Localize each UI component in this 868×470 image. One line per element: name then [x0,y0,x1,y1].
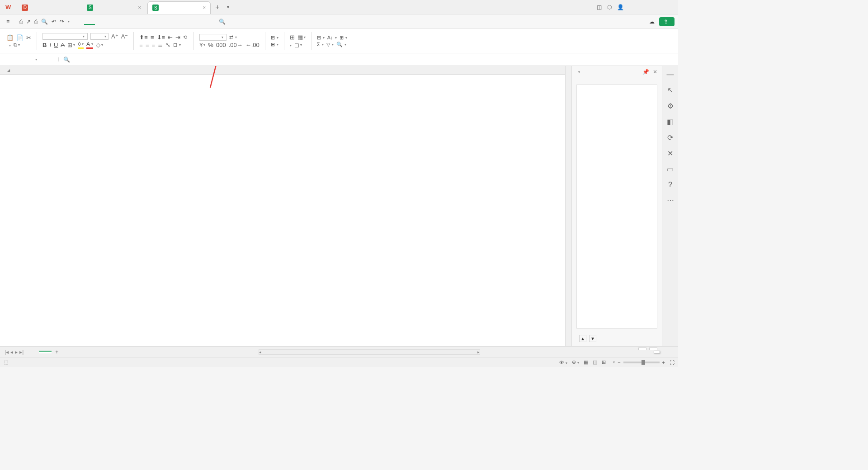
align-top-icon[interactable]: ⬆≡ [139,34,148,41]
tab-view[interactable] [155,19,165,24]
print-icon[interactable]: ⎙ [34,19,38,25]
copy-icon[interactable]: ⧉▾ [14,42,20,48]
table-style-icon[interactable]: ⊞ [290,34,295,41]
cloud-icon[interactable]: ☁ [649,19,655,25]
export-icon[interactable]: ↗ [26,19,31,25]
tab-page[interactable] [108,19,118,24]
undo-icon[interactable]: ↶ [52,19,56,25]
redo-icon[interactable]: ↷ [60,19,64,25]
align-center-icon[interactable]: ≡ [146,42,149,48]
tab-insert[interactable] [96,19,107,24]
orientation-icon[interactable]: ⤡ [165,42,170,48]
prev-sheet-icon[interactable]: ◂ [10,349,13,355]
tab-member[interactable] [178,19,189,24]
align-left-icon[interactable]: ≡ [139,42,143,48]
align-justify-icon[interactable]: ≣ [158,42,163,48]
layout-icon[interactable]: ◧ [667,118,674,126]
cell-style-icon[interactable]: ▦▾ [297,34,306,41]
fullscreen-icon[interactable]: ⛶ [670,360,675,365]
zoom-in-icon[interactable]: + [662,360,665,365]
add-sheet-button[interactable]: + [52,349,62,355]
vertical-scrollbar[interactable] [565,66,571,346]
border-icon[interactable]: ⊞▾ [67,42,75,48]
tab-efficiency[interactable] [190,19,201,24]
merge-button[interactable]: ⊟ ▾ [173,42,181,48]
bold-icon[interactable]: B [42,42,47,48]
tab-start[interactable] [84,19,95,25]
close-panel-icon[interactable]: ✕ [653,69,657,75]
save-icon[interactable]: ⎙ [19,19,23,25]
worksheet-button[interactable]: ⊞ ▾ [271,42,278,47]
chevron-down-icon[interactable]: ▾ [35,57,37,61]
chart-icon[interactable]: ▭ [667,165,674,174]
tab-tools[interactable] [166,19,177,24]
zoom-slider[interactable] [623,362,660,363]
freeze-button[interactable]: ⊞ ▾ [340,35,347,41]
file-menu[interactable]: ≡ [4,19,14,25]
italic-icon[interactable]: I [49,42,51,48]
dec-dec-icon[interactable]: ←.00 [245,42,259,48]
help-icon[interactable]: ? [668,181,672,189]
tools-icon[interactable]: ✕ [667,149,673,158]
sum-button[interactable]: Σ ▾ [317,42,324,47]
last-sheet-icon[interactable]: ▸| [19,349,24,355]
sync-icon[interactable]: ⟳ [667,133,673,142]
fill-button[interactable]: ⊞ ▾ [317,35,325,41]
font-color-icon[interactable]: A▾ [86,41,93,49]
tab-review[interactable] [143,19,154,24]
sheet-tab-sheet2[interactable] [26,351,39,353]
reader-icon[interactable]: ◫ [597,4,602,10]
strike-icon[interactable]: A̶ [61,42,65,48]
tab-workbook1[interactable]: S × [82,1,146,14]
tab-templates[interactable]: D [17,1,80,14]
tab-product[interactable]: S × [147,1,211,14]
indent-dec-icon[interactable]: ⇤ [168,34,173,41]
paste-icon[interactable]: 📄 [16,34,24,41]
panel-title[interactable]: ▾ [576,70,580,74]
font-name-select[interactable]: ▾ [42,33,88,40]
decrease-font-icon[interactable]: A⁻ [121,33,128,40]
find-button[interactable]: 🔍 ▾ [336,42,346,47]
view-normal-icon[interactable]: ▦ [584,359,588,365]
view-page-icon[interactable]: ◫ [593,359,597,365]
dec-inc-icon[interactable]: .00→ [229,42,243,48]
cube-icon[interactable]: ⬡ [607,4,612,10]
more-icon[interactable]: ⋯ [667,196,674,205]
order-down-icon[interactable]: ▾ [589,335,596,342]
eye-icon[interactable]: 👁 ▾ [559,360,567,365]
next-sheet-icon[interactable]: ▸ [15,349,18,355]
align-bottom-icon[interactable]: ⬇≡ [157,34,165,41]
select-icon[interactable]: ↖ [667,86,673,94]
zoom-fx-icon[interactable]: 🔍 [63,56,70,63]
quick-dd-icon[interactable]: ▾ [68,19,70,24]
cut-icon[interactable]: ✂ [26,34,31,41]
wrap-button[interactable]: ⟲ [183,34,188,40]
conditional-label[interactable]: ▾ [290,42,292,47]
clear-format-icon[interactable]: ◇▾ [96,42,103,48]
clipboard-icon[interactable]: 📋 [6,34,14,41]
avatar-icon[interactable]: 👤 [617,4,624,10]
search-icon[interactable]: 🔍 [219,19,226,25]
settings-icon[interactable]: ⚙ [667,102,674,110]
currency-icon[interactable]: ¥▾ [199,42,205,48]
horizontal-scrollbar[interactable]: ◂▸ [62,349,676,355]
comma-icon[interactable]: 000 [216,42,226,48]
zoom-out-icon[interactable]: − [618,360,620,365]
name-box[interactable]: ▾ [0,57,59,61]
pin-icon[interactable]: 📌 [642,69,649,75]
close-icon[interactable]: × [138,5,141,11]
collapse-icon[interactable]: — [667,70,674,79]
tab-menu-button[interactable]: ▾ [223,5,233,9]
paste-label[interactable]: ▾ [9,42,11,47]
percent-icon[interactable]: % [208,42,213,48]
convert-button[interactable]: ⇄ ▾ [229,34,237,40]
number-format-select[interactable]: ▾ [199,34,226,41]
sort-button[interactable]: A↓ ▾ [327,35,337,40]
format-icon[interactable]: ◻▾ [294,42,302,48]
order-up-icon[interactable]: ▴ [579,335,586,342]
grid-icon[interactable]: ⊕ ▾ [572,359,579,365]
tab-data[interactable] [131,19,142,24]
underline-icon[interactable]: U [54,42,58,48]
fill-color-icon[interactable]: ◊▾ [78,41,83,49]
increase-font-icon[interactable]: A⁺ [111,33,118,40]
